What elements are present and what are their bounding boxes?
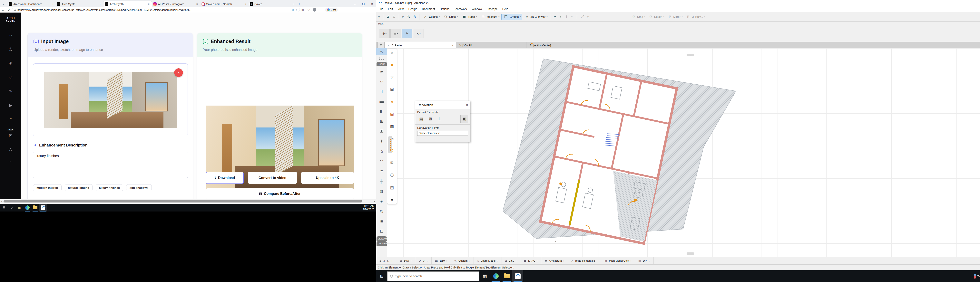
zoom-icon[interactable]: ⊕ bbox=[292, 8, 294, 11]
file-explorer-icon[interactable] bbox=[31, 204, 39, 211]
design-tool[interactable]: ⊞ bbox=[376, 116, 387, 126]
arrow-options-button[interactable]: ↖▸ bbox=[413, 29, 424, 38]
toolbar-group-button[interactable]: ⧉ Grids▾ bbox=[442, 14, 459, 20]
adjust-icon[interactable]: ⟜ bbox=[558, 15, 564, 19]
collections-icon[interactable]: ♡ bbox=[306, 8, 312, 11]
menu-item[interactable]: File bbox=[376, 8, 385, 11]
design-tool[interactable]: ▯ bbox=[376, 86, 387, 96]
tab-overflow-icon[interactable]: ∨ bbox=[0, 1, 7, 7]
convert-to-video-button[interactable]: Convert to video bbox=[248, 172, 297, 184]
toolbar-group-button[interactable]: ❒ Groups▾ bbox=[501, 14, 522, 20]
url-text[interactable]: https://www.archsynth.com/tools/addReali… bbox=[18, 8, 290, 11]
menu-item[interactable]: Edit bbox=[385, 8, 395, 11]
quick-option[interactable]: ▣ DTAC ▸ bbox=[520, 257, 541, 265]
zoom-in-icon[interactable]: ⊕ bbox=[383, 259, 385, 263]
quick-option[interactable]: ▦ Main Model Only ▸ bbox=[601, 257, 635, 265]
sidebar-item-video[interactable]: ▶ bbox=[9, 98, 12, 112]
document-tab[interactable]: ◇ [3D / All] bbox=[456, 42, 527, 48]
archsynth-app-icon[interactable] bbox=[39, 204, 47, 211]
arrow-tool[interactable]: ↖ bbox=[376, 48, 387, 55]
browser-tab[interactable]: S Savee × bbox=[248, 1, 296, 7]
browser-maximize-button[interactable]: ▢ bbox=[359, 1, 368, 7]
document-tab[interactable]: ⚑ [Action Center] bbox=[527, 42, 597, 48]
design-tool[interactable]: ▱ bbox=[376, 76, 387, 86]
tag-chip[interactable]: modern interior bbox=[33, 184, 62, 191]
elevate-icon[interactable]: ⌂ bbox=[585, 15, 591, 19]
redo-icon[interactable]: ↻ bbox=[391, 15, 397, 19]
browser-tab[interactable]: Arch Synth × bbox=[103, 1, 152, 7]
quick-option[interactable]: ▭ 1:50 ▸ bbox=[431, 257, 451, 265]
back-icon[interactable]: ← bbox=[0, 8, 6, 11]
sidebar-item-chat[interactable]: ❝ bbox=[10, 112, 12, 127]
browser-minimize-button[interactable]: – bbox=[350, 1, 359, 7]
design-tool[interactable]: ☀ bbox=[376, 136, 387, 146]
browser-tab[interactable]: Savee.com - Search × bbox=[200, 1, 248, 7]
tab-close-icon[interactable]: × bbox=[147, 3, 150, 5]
search-icon[interactable] bbox=[8, 204, 16, 211]
address-bar[interactable]: https://www.archsynth.com/tools/addReali… bbox=[12, 8, 300, 12]
dialog-close-icon[interactable]: × bbox=[466, 103, 468, 106]
scroll-left-icon[interactable]: ◂ bbox=[0, 200, 3, 203]
design-tool[interactable]: ▣ bbox=[376, 216, 387, 226]
renovation-dialog-titlebar[interactable]: Renovation × bbox=[415, 101, 470, 109]
pickup-parameters-icon[interactable]: ⌕ bbox=[401, 15, 406, 19]
edit-tool-button[interactable]: ⧉ Mirror▾ bbox=[666, 14, 684, 20]
file-explorer-icon[interactable] bbox=[501, 270, 512, 282]
zoom-tool-icon[interactable] bbox=[379, 260, 381, 262]
tab-close-icon[interactable]: × bbox=[244, 3, 247, 5]
sidebar-item-learn[interactable]: ⌒ bbox=[8, 157, 13, 171]
canvas-top-handle[interactable]: ---- bbox=[687, 54, 694, 56]
design-tool[interactable]: ◠ bbox=[376, 156, 387, 166]
menu-item[interactable]: Design bbox=[406, 8, 420, 11]
menu-item[interactable]: Teamwork bbox=[452, 8, 469, 11]
toolbar-group-button[interactable]: ◇ 3D Cutaway▾ bbox=[523, 14, 549, 20]
scrollbar-thumb[interactable] bbox=[3, 200, 362, 203]
quick-option[interactable]: ⌂ Entire Model ▸ bbox=[474, 257, 501, 265]
toolbar-group-button[interactable]: ⊞ Measure▾ bbox=[479, 14, 501, 20]
inject-alt-icon[interactable]: ✎ bbox=[412, 15, 418, 19]
toolbar-group-button[interactable]: ▣ Trace▾ bbox=[460, 14, 478, 20]
remove-image-button[interactable]: × bbox=[174, 68, 183, 77]
browser-close-button[interactable]: × bbox=[368, 1, 376, 7]
sidebar-item-models[interactable]: ◈ bbox=[9, 56, 12, 70]
taskbar-search-box[interactable]: Type here to search bbox=[387, 271, 479, 281]
tag-chip[interactable]: natural lighting bbox=[65, 184, 92, 191]
document-tab[interactable]: ▱ 0. Parter × bbox=[385, 42, 456, 48]
quick-option[interactable]: ⌂ Toate elementele ▸ bbox=[568, 257, 601, 265]
transfer-settings-button[interactable]: ▣ bbox=[460, 115, 468, 123]
renovation-status-button[interactable]: ⊠ bbox=[426, 115, 434, 123]
more-menu-icon[interactable]: ⋯ bbox=[318, 8, 323, 11]
selection-options-button[interactable]: ▭▸ bbox=[390, 29, 401, 38]
quick-option[interactable]: ✎ Custom ▸ bbox=[451, 257, 474, 265]
home-view-icon[interactable]: ⌂ bbox=[376, 15, 382, 19]
toolbox-section-documents[interactable]: Documents bbox=[377, 241, 387, 246]
design-tool[interactable]: ▦ bbox=[376, 186, 387, 196]
pen-tool-button[interactable]: ✎ bbox=[402, 29, 412, 38]
weather-text[interactable]: Temps to drop bbox=[977, 274, 980, 278]
tab-close-icon[interactable]: × bbox=[51, 3, 54, 5]
tab-close-icon[interactable]: × bbox=[452, 44, 453, 47]
enhancement-description-input[interactable]: luxury finishes bbox=[33, 151, 188, 178]
quick-option[interactable]: ▱ 50% ▸ bbox=[396, 257, 415, 265]
extend-icon[interactable]: ⊺ bbox=[564, 15, 569, 19]
edge-taskbar-icon[interactable] bbox=[490, 270, 501, 282]
renovation-status-button[interactable]: ▤ bbox=[417, 115, 425, 123]
menu-item[interactable]: View bbox=[395, 8, 406, 11]
copilot-chat-button[interactable]: Chat bbox=[325, 8, 338, 12]
toolbox-section-design[interactable]: Design bbox=[377, 62, 387, 66]
sidebar-item-home[interactable]: ⌂ bbox=[9, 28, 12, 42]
toolbox-section-viewpoints[interactable]: Viewpoints bbox=[377, 236, 387, 241]
zoom-out-icon[interactable]: ⊖ bbox=[387, 259, 390, 263]
menu-item[interactable]: Document bbox=[420, 8, 437, 11]
scroll-right-icon[interactable]: ▸ bbox=[373, 200, 376, 203]
design-tool[interactable]: ⌂ bbox=[376, 146, 387, 156]
design-tool[interactable]: ▬ bbox=[376, 96, 387, 106]
upscale-4k-button[interactable]: Upscale to 4K bbox=[301, 172, 354, 184]
tab-close-icon[interactable]: × bbox=[196, 3, 198, 5]
page-horizontal-scrollbar[interactable]: ◂ ▸ bbox=[0, 200, 376, 203]
edge-taskbar-icon[interactable] bbox=[24, 204, 31, 211]
start-button[interactable]: ⊞ bbox=[0, 204, 8, 211]
undo-icon[interactable]: ↺ bbox=[385, 15, 391, 19]
input-image-dropzone[interactable]: × bbox=[33, 63, 188, 136]
renovation-filter-dropdown[interactable]: Toate elementele▾ bbox=[417, 131, 468, 136]
